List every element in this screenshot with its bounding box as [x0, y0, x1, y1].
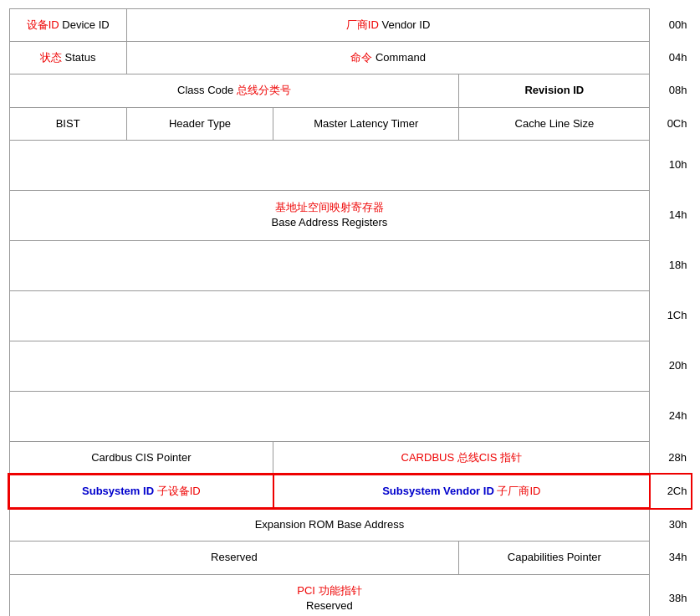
table-row: Reserved Capabilities Pointer 34h [9, 542, 691, 574]
empty-20h [9, 341, 650, 391]
table-row: 24h [9, 391, 691, 441]
revision-id-cell: Revision ID [459, 74, 650, 107]
subsystem-vendor-zh: 子厂商ID [497, 485, 540, 497]
master-latency-cell: Master Latency Timer [273, 107, 459, 140]
cardbus-pointer-cell: Cardbus CIS Pointer [9, 441, 273, 475]
reserved-34h-en: Reserved [211, 551, 258, 563]
header-type-en: Header Type [169, 117, 231, 130]
expansion-rom-cell: Expansion ROM Base Address [9, 508, 650, 542]
addr-04h: 04h [650, 42, 691, 74]
addr-28h: 28h [650, 441, 691, 475]
subsystem-id-cell: Subsystem ID 子设备ID [9, 475, 273, 508]
command-zh: 命令 [350, 51, 372, 64]
addr-08h: 08h [650, 74, 691, 107]
device-id-zh: 设备ID [27, 18, 59, 31]
empty-10h [9, 140, 650, 190]
cardbus-pointer-en: Cardbus CIS Pointer [91, 451, 191, 464]
table-row: Class Code 总线分类号 Revision ID 08h [9, 74, 691, 107]
class-code-zh: 总线分类号 [237, 84, 291, 96]
addr-10h: 10h [650, 140, 691, 190]
table-row: BIST Header Type Master Latency Timer Ca… [9, 107, 691, 140]
addr-0Ch: 0Ch [650, 107, 691, 140]
cache-line-en: Cache Line Size [515, 117, 595, 130]
base-addr-en: Base Address Registers [13, 215, 646, 230]
addr-14h: 14h [650, 190, 691, 240]
empty-1Ch [9, 290, 650, 341]
device-id-en: Device ID [62, 18, 109, 31]
master-latency-en: Master Latency Timer [314, 117, 418, 130]
header-type-cell: Header Type [126, 107, 273, 140]
subsystem-id-zh: 子设备ID [157, 485, 201, 497]
addr-00h: 00h [650, 9, 691, 42]
bist-en: BIST [56, 117, 80, 130]
addr-24h: 24h [650, 391, 691, 441]
class-code-cell: Class Code 总线分类号 [9, 74, 459, 107]
addr-20h: 20h [650, 341, 691, 391]
subsystem-vendor-en: Subsystem Vendor ID [382, 485, 494, 497]
command-en: Command [376, 51, 426, 64]
reserved-34h-cell: Reserved [9, 542, 459, 574]
vendor-id-cell: 厂商ID Vendor ID [126, 9, 650, 42]
pci-func-zh: PCI 功能指针 [13, 583, 646, 598]
table-row: 20h [9, 341, 691, 391]
reserved-38h-en: Reserved [13, 598, 646, 613]
pci-config-space: 设备ID Device ID 厂商ID Vendor ID 00h 状态 Sta… [8, 8, 692, 616]
revision-id-en: Revision ID [524, 84, 584, 96]
addr-18h: 18h [650, 240, 691, 290]
addr-30h: 30h [650, 508, 691, 542]
table-row-highlight: Subsystem ID 子设备ID Subsystem Vendor ID 子… [9, 475, 691, 508]
addr-34h: 34h [650, 542, 691, 574]
vendor-id-zh: 厂商ID [346, 18, 379, 31]
status-en: Status [65, 51, 96, 64]
cache-line-cell: Cache Line Size [459, 107, 650, 140]
device-id-cell: 设备ID Device ID [9, 9, 126, 42]
capabilities-pointer-cell: Capabilities Pointer [459, 542, 650, 574]
vendor-id-en: Vendor ID [381, 18, 430, 31]
expansion-rom-en: Expansion ROM Base Address [255, 518, 404, 531]
empty-24h [9, 391, 650, 441]
table-row: 基地址空间映射寄存器 Base Address Registers 14h [9, 190, 691, 240]
command-cell: 命令 Command [126, 42, 650, 74]
status-cell: 状态 Status [9, 42, 126, 74]
cardbus-pointer-zh: CARDBUS 总线CIS 指针 [401, 451, 522, 464]
table-row: PCI 功能指针 Reserved 38h [9, 574, 691, 616]
status-zh: 状态 [40, 51, 62, 64]
addr-2Ch: 2Ch [650, 475, 691, 508]
table-row: 1Ch [9, 290, 691, 341]
addr-38h: 38h [650, 574, 691, 616]
subsystem-id-en: Subsystem ID [82, 485, 154, 497]
table-row: 18h [9, 240, 691, 290]
addr-1Ch: 1Ch [650, 290, 691, 341]
table-row: 状态 Status 命令 Command 04h [9, 42, 691, 74]
table-row: Expansion ROM Base Address 30h [9, 508, 691, 542]
table-row: 设备ID Device ID 厂商ID Vendor ID 00h [9, 9, 691, 42]
empty-18h [9, 240, 650, 290]
empty-14h: 基地址空间映射寄存器 Base Address Registers [9, 190, 650, 240]
capabilities-pointer-en: Capabilities Pointer [508, 551, 601, 563]
subsystem-vendor-cell: Subsystem Vendor ID 子厂商ID [273, 475, 650, 508]
config-table: 设备ID Device ID 厂商ID Vendor ID 00h 状态 Sta… [8, 8, 692, 616]
table-row: 10h [9, 140, 691, 190]
reserved-38h-cell: PCI 功能指针 Reserved [9, 574, 650, 616]
table-row: Cardbus CIS Pointer CARDBUS 总线CIS 指针 28h [9, 441, 691, 475]
class-code-en: Class Code [177, 84, 233, 96]
cardbus-pointer-zh-cell: CARDBUS 总线CIS 指针 [273, 441, 650, 475]
base-addr-zh: 基地址空间映射寄存器 [13, 200, 646, 215]
bist-cell: BIST [9, 107, 126, 140]
